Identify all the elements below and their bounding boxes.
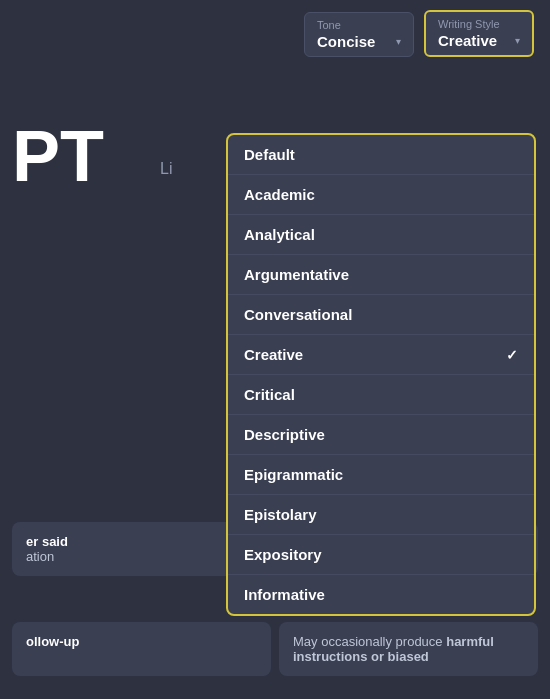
header-bar: Tone Concise ▾ Writing Style Creative ▾ [0,0,550,65]
writing-style-value-row: Creative ▾ [438,32,520,49]
menu-item-label: Analytical [244,226,315,243]
menu-item-label: Informative [244,586,325,603]
menu-item-label: Default [244,146,295,163]
tone-dropdown[interactable]: Tone Concise ▾ [304,12,414,57]
check-icon: ✓ [506,347,518,363]
card-3-bold: ollow-up [26,634,79,649]
menu-item-label: Epistolary [244,506,317,523]
writing-style-dropdown[interactable]: Writing Style Creative ▾ [424,10,534,57]
tone-value: Concise [317,33,375,50]
menu-item-conversational[interactable]: Conversational [228,295,534,335]
menu-item-label: Descriptive [244,426,325,443]
menu-item-creative[interactable]: Creative✓ [228,335,534,375]
cards-row-2: ollow-up May occasionally produce harmfu… [0,622,550,676]
card-3: ollow-up [12,622,271,676]
card-1-normal: ation [26,549,54,564]
tone-value-row: Concise ▾ [317,33,401,50]
menu-item-analytical[interactable]: Analytical [228,215,534,255]
menu-item-epigrammatic[interactable]: Epigrammatic [228,455,534,495]
menu-item-informative[interactable]: Informative [228,575,534,614]
card-4-normal: May occasionally produce harmful instruc… [293,634,494,664]
menu-item-argumentative[interactable]: Argumentative [228,255,534,295]
writing-style-menu: DefaultAcademicAnalyticalArgumentativeCo… [226,133,536,616]
menu-item-default[interactable]: Default [228,135,534,175]
menu-item-label: Epigrammatic [244,466,343,483]
main-content: PT Li er said ation May occa incorre oll… [0,65,550,696]
menu-item-label: Creative [244,346,303,363]
background-text: PT [0,115,104,197]
menu-item-critical[interactable]: Critical [228,375,534,415]
menu-item-label: Academic [244,186,315,203]
card-4: May occasionally produce harmful instruc… [279,622,538,676]
menu-item-label: Critical [244,386,295,403]
menu-item-academic[interactable]: Academic [228,175,534,215]
menu-item-expository[interactable]: Expository [228,535,534,575]
limitation-label: Li [160,160,172,178]
tone-label: Tone [317,19,341,31]
menu-item-descriptive[interactable]: Descriptive [228,415,534,455]
writing-style-value: Creative [438,32,497,49]
tone-chevron-icon: ▾ [396,36,401,47]
writing-style-label: Writing Style [438,18,500,30]
menu-item-label: Expository [244,546,322,563]
card-1-bold: er said [26,534,68,549]
menu-item-label: Argumentative [244,266,349,283]
menu-item-label: Conversational [244,306,352,323]
menu-item-epistolary[interactable]: Epistolary [228,495,534,535]
writing-style-chevron-icon: ▾ [515,35,520,46]
